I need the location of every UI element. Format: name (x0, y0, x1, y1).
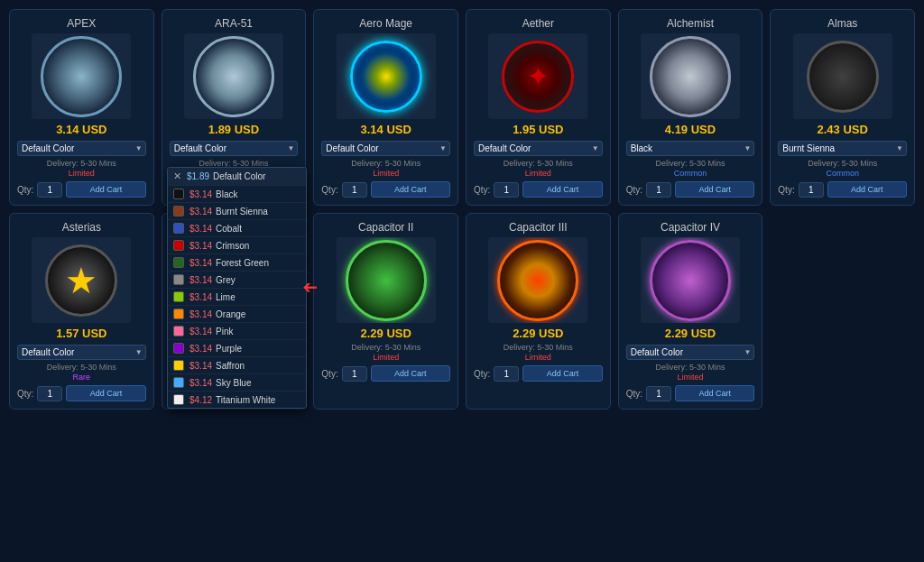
card-price: 3.14 USD (56, 123, 106, 136)
color-select-almas[interactable]: Burnt Sienna (778, 141, 907, 156)
color-swatch-pink (173, 326, 184, 336)
color-swatch-lime (173, 291, 184, 302)
dropdown-item-titanium-white[interactable]: $4.12 Titanium White (168, 392, 306, 408)
add-cart-button-capacitor2[interactable]: Add Cart (371, 365, 450, 382)
qty-input-capacitor3[interactable] (494, 366, 519, 382)
card-image-area: ★ (32, 237, 131, 323)
card-image-area (32, 33, 131, 119)
delivery-info: Delivery: 5-30 Mins (47, 159, 116, 168)
add-cart-button-almas[interactable]: Add Cart (827, 181, 907, 198)
qty-row: Qty: Add Cart (17, 181, 146, 198)
qty-input-capacitor2[interactable] (342, 366, 367, 382)
card-image-area (641, 33, 740, 119)
color-swatch-grey (173, 274, 184, 285)
dropdown-label-burnt-sienna: Burnt Sienna (216, 207, 268, 217)
dropdown-item-lime[interactable]: $3.14 Lime (168, 289, 306, 306)
dropdown-item-cobalt[interactable]: $3.14 Cobalt (168, 220, 306, 237)
dropdown-label-purple: Purple (216, 344, 242, 354)
qty-input-apex[interactable] (37, 182, 62, 198)
add-cart-button-aeromage[interactable]: Add Cart (371, 181, 450, 198)
color-select-capacitor4[interactable]: Default Color (626, 345, 755, 360)
card-title: Capacitor III (509, 221, 568, 234)
add-cart-button-aether[interactable]: Add Cart (522, 181, 602, 198)
rarity-badge: Limited (373, 353, 399, 362)
card-capacitor4: Capacitor IV 2.29 USD Default Color ▼ De… (618, 213, 763, 410)
card-aether: Aether ✦ 1.95 USD Default Color ▼ Delive… (466, 9, 611, 206)
delivery-info: Delivery: 5-30 Mins (504, 159, 573, 168)
delivery-info: Delivery: 5-30 Mins (655, 363, 725, 372)
add-cart-button-capacitor3[interactable]: Add Cart (522, 365, 602, 382)
card-image-area (184, 33, 283, 119)
card-image-area (337, 237, 436, 323)
wheel-image (346, 240, 427, 321)
card-price: 1.89 USD (208, 123, 259, 136)
qty-input-alchemist[interactable] (646, 182, 671, 198)
dropdown-label-pink: Pink (216, 327, 233, 336)
dropdown-item-burnt-sienna[interactable]: $3.14 Burnt Sienna (168, 203, 306, 220)
add-cart-button-asterias[interactable]: Add Cart (66, 385, 145, 401)
card-title: Capacitor IV (661, 221, 720, 234)
dropdown-price-crimson: $3.14 (189, 241, 212, 251)
color-swatch-titanium-white (173, 394, 184, 405)
qty-input-aeromage[interactable] (342, 182, 367, 198)
dropdown-label-orange: Orange (216, 309, 245, 319)
qty-row: Qty: Add Cart (474, 181, 603, 198)
wheel-image (41, 36, 122, 117)
qty-input-capacitor4[interactable] (646, 386, 671, 401)
qty-label: Qty: (321, 185, 337, 195)
card-price: 2.29 USD (665, 327, 716, 340)
color-select-aeromage[interactable]: Default Color (321, 141, 450, 156)
rarity-badge: Limited (525, 353, 551, 362)
rarity-badge: Limited (373, 169, 399, 178)
dropdown-label-lime: Lime (216, 292, 236, 302)
qty-label: Qty: (474, 185, 490, 195)
qty-row: Qty: Add Cart (778, 181, 907, 198)
qty-label: Qty: (626, 185, 642, 195)
dropdown-item-black[interactable]: $3.14 Black (168, 186, 306, 203)
rarity-badge: Limited (525, 169, 551, 178)
qty-row: Qty: Add Cart (321, 365, 450, 382)
dropdown-item-orange[interactable]: $3.14 Orange (168, 306, 306, 323)
dropdown-label-grey: Grey (216, 275, 236, 285)
color-select-apex[interactable]: Default Color (17, 141, 146, 156)
dropdown-item-crimson[interactable]: $3.14 Crimson (168, 237, 306, 254)
card-title: Capacitor II (358, 221, 413, 234)
add-cart-button-capacitor4[interactable]: Add Cart (675, 385, 754, 401)
dropdown-price-cobalt: $3.14 (189, 224, 212, 234)
qty-input-almas[interactable] (799, 182, 824, 198)
card-alchemist: Alchemist 4.19 USD Black ▼ Delivery: 5-3… (618, 9, 763, 206)
color-dropdown[interactable]: ✕ $1.89 Default Color $3.14 Black $3.14 … (167, 167, 307, 409)
add-cart-button-alchemist[interactable]: Add Cart (675, 181, 754, 198)
color-select-alchemist[interactable]: Black (626, 141, 755, 156)
card-title: ARA-51 (215, 17, 253, 30)
qty-row: Qty: Add Cart (626, 181, 755, 198)
card-image-area: ✦ (488, 33, 587, 119)
card-title: Alchemist (667, 17, 714, 30)
wheel-image (193, 36, 274, 117)
delivery-info: Delivery: 5-30 Mins (655, 159, 725, 168)
dropdown-item-forest-green[interactable]: $3.14 Forest Green (168, 254, 306, 272)
dropdown-price-grey: $3.14 (189, 275, 212, 285)
add-cart-button-apex[interactable]: Add Cart (66, 181, 145, 198)
card-image-area (793, 33, 892, 119)
color-select-ara51[interactable]: Default Color (170, 141, 299, 156)
dropdown-item-saffron[interactable]: $3.14 Saffron (168, 357, 306, 374)
color-select-asterias[interactable]: Default Color (17, 345, 146, 360)
dropdown-item-default[interactable]: ✕ $1.89 Default Color (168, 168, 306, 186)
qty-input-aether[interactable] (494, 182, 519, 198)
card-price: 1.95 USD (513, 123, 563, 136)
card-price: 2.29 USD (513, 327, 563, 340)
color-select-aether[interactable]: Default Color (474, 141, 603, 156)
dropdown-item-sky-blue[interactable]: $3.14 Sky Blue (168, 374, 306, 392)
dropdown-label-titanium-white: Titanium White (216, 395, 275, 405)
dropdown-item-pink[interactable]: $3.14 Pink (168, 323, 306, 340)
dropdown-item-grey[interactable]: $3.14 Grey (168, 272, 306, 289)
color-select-wrap: Burnt Sienna ▼ (778, 139, 907, 156)
card-capacitor2: Capacitor II 2.29 USD Delivery: 5-30 Min… (313, 213, 458, 410)
qty-input-asterias[interactable] (37, 386, 62, 401)
rarity-badge: Limited (677, 373, 703, 382)
dropdown-item-purple[interactable]: $3.14 Purple (168, 340, 306, 357)
card-title: Almas (827, 17, 857, 30)
card-price: 2.43 USD (817, 123, 867, 136)
card-price: 4.19 USD (665, 123, 716, 136)
